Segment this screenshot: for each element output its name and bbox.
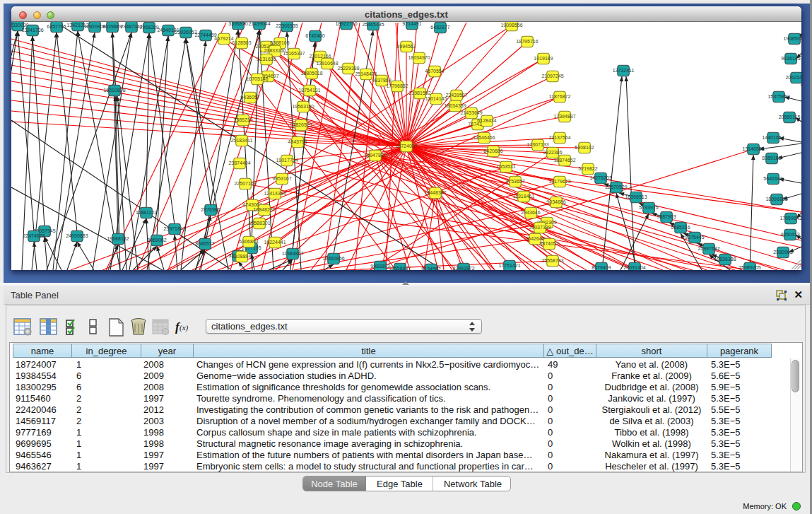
svg-text:20031404: 20031404 bbox=[623, 265, 645, 270]
svg-text:14460856: 14460856 bbox=[322, 256, 344, 261]
svg-text:13146585: 13146585 bbox=[742, 146, 764, 151]
svg-text:4679214: 4679214 bbox=[214, 36, 233, 41]
svg-text:8369062: 8369062 bbox=[147, 238, 166, 243]
svg-text:18724007: 18724007 bbox=[395, 144, 417, 148]
svg-text:24090883: 24090883 bbox=[66, 233, 88, 238]
svg-text:9837869: 9837869 bbox=[372, 78, 391, 83]
svg-text:19085076: 19085076 bbox=[783, 36, 801, 41]
svg-text:14401657: 14401657 bbox=[762, 135, 784, 140]
svg-text:9958289: 9958289 bbox=[139, 25, 158, 30]
svg-text:1385239: 1385239 bbox=[233, 117, 252, 122]
svg-text:9034686: 9034686 bbox=[546, 199, 565, 204]
svg-text:11558837: 11558837 bbox=[389, 266, 411, 270]
svg-text:9983893: 9983893 bbox=[370, 264, 389, 269]
svg-text:13805018: 13805018 bbox=[300, 71, 322, 76]
svg-text:19017734: 19017734 bbox=[276, 158, 298, 163]
svg-text:10848230: 10848230 bbox=[253, 207, 275, 212]
svg-text:11881122: 11881122 bbox=[136, 210, 157, 215]
svg-text:9436057: 9436057 bbox=[240, 95, 259, 100]
svg-text:25089205: 25089205 bbox=[739, 265, 760, 270]
svg-text:17796882: 17796882 bbox=[386, 83, 408, 88]
svg-text:18874652: 18874652 bbox=[553, 158, 575, 163]
svg-text:16705148: 16705148 bbox=[246, 76, 268, 81]
svg-text:23826523: 23826523 bbox=[290, 122, 312, 127]
svg-text:21433649: 21433649 bbox=[460, 110, 482, 115]
svg-text:18754131: 18754131 bbox=[298, 88, 320, 93]
svg-text:15588301: 15588301 bbox=[248, 221, 270, 226]
svg-text:3874052: 3874052 bbox=[539, 241, 558, 246]
svg-text:22306335: 22306335 bbox=[276, 23, 298, 28]
svg-text:11584847: 11584847 bbox=[282, 251, 304, 256]
svg-text:3642648: 3642648 bbox=[525, 236, 544, 241]
svg-text:17559643: 17559643 bbox=[779, 216, 801, 221]
svg-text:6128434: 6128434 bbox=[477, 118, 496, 123]
svg-text:3322386: 3322386 bbox=[543, 150, 562, 155]
svg-text:23137564: 23137564 bbox=[548, 135, 570, 140]
svg-text:25465435: 25465435 bbox=[362, 22, 384, 27]
svg-text:1019189: 1019189 bbox=[534, 56, 553, 61]
svg-text:6368105: 6368105 bbox=[270, 40, 289, 45]
svg-text:15375853: 15375853 bbox=[767, 94, 789, 99]
svg-text:23971842: 23971842 bbox=[163, 226, 185, 231]
svg-text:2943646: 2943646 bbox=[521, 210, 540, 215]
svg-text:17307133: 17307133 bbox=[526, 142, 548, 147]
svg-text:16396513: 16396513 bbox=[625, 194, 647, 199]
svg-text:6128503: 6128503 bbox=[232, 40, 251, 45]
svg-text:13910648: 13910648 bbox=[316, 61, 338, 66]
svg-text:16510878: 16510878 bbox=[103, 88, 125, 93]
svg-text:6482877: 6482877 bbox=[430, 25, 449, 30]
svg-text:13732411: 13732411 bbox=[613, 68, 635, 73]
svg-text:22992872: 22992872 bbox=[452, 266, 474, 270]
svg-text:8134562: 8134562 bbox=[421, 267, 440, 270]
svg-text:8359183: 8359183 bbox=[762, 156, 781, 160]
svg-text:13241736: 13241736 bbox=[21, 28, 43, 33]
svg-text:15165337: 15165337 bbox=[283, 51, 305, 56]
svg-text:(x): (x) bbox=[180, 323, 189, 332]
svg-text:6742460: 6742460 bbox=[305, 33, 324, 38]
svg-text:13179613: 13179613 bbox=[548, 179, 570, 184]
svg-text:22744459: 22744459 bbox=[194, 33, 216, 37]
svg-text:6994562: 6994562 bbox=[396, 44, 416, 49]
svg-text:18096865: 18096865 bbox=[765, 197, 787, 201]
svg-text:11318461: 11318461 bbox=[513, 194, 535, 199]
svg-text:22474828: 22474828 bbox=[23, 233, 45, 238]
svg-text:21097245: 21097245 bbox=[541, 74, 563, 78]
svg-text:19448347: 19448347 bbox=[424, 190, 446, 195]
svg-text:14275203: 14275203 bbox=[589, 175, 611, 180]
svg-text:3395870: 3395870 bbox=[228, 22, 247, 26]
svg-text:22507109: 22507109 bbox=[234, 181, 256, 186]
svg-text:20037339: 20037339 bbox=[529, 225, 551, 230]
svg-text:9816145: 9816145 bbox=[781, 56, 800, 61]
svg-text:16947830: 16947830 bbox=[364, 153, 386, 158]
svg-text:4843718: 4843718 bbox=[288, 139, 307, 144]
svg-text:22439587: 22439587 bbox=[445, 93, 467, 98]
svg-text:19836388: 19836388 bbox=[714, 257, 736, 262]
svg-text:5793975: 5793975 bbox=[639, 205, 658, 210]
svg-text:9214491: 9214491 bbox=[402, 22, 421, 26]
svg-text:23874404: 23874404 bbox=[228, 160, 250, 165]
svg-text:5308102: 5308102 bbox=[575, 145, 594, 150]
svg-text:25148476: 25148476 bbox=[355, 71, 377, 76]
svg-text:4570554: 4570554 bbox=[425, 69, 444, 74]
svg-text:17751421: 17751421 bbox=[498, 263, 520, 268]
svg-text:6420686: 6420686 bbox=[483, 148, 502, 153]
svg-text:21439044: 21439044 bbox=[248, 22, 270, 26]
svg-text:3131636: 3131636 bbox=[257, 57, 276, 62]
svg-text:22330030: 22330030 bbox=[11, 23, 29, 28]
svg-text:11876872: 11876872 bbox=[549, 94, 571, 99]
svg-text:19688132: 19688132 bbox=[107, 236, 129, 241]
svg-text:9275445: 9275445 bbox=[685, 235, 704, 240]
svg-text:23936053: 23936053 bbox=[175, 30, 196, 35]
svg-text:21981592: 21981592 bbox=[408, 90, 430, 95]
svg-text:8079409: 8079409 bbox=[592, 265, 611, 270]
svg-text:25183411: 25183411 bbox=[231, 138, 253, 143]
svg-text:8685577: 8685577 bbox=[195, 241, 214, 246]
svg-text:6306893: 6306893 bbox=[239, 239, 258, 244]
svg-text:18034339: 18034339 bbox=[444, 103, 466, 108]
svg-text:18922760: 18922760 bbox=[335, 22, 357, 26]
svg-text:4753657: 4753657 bbox=[505, 179, 524, 184]
svg-text:19098556: 19098556 bbox=[500, 23, 522, 28]
svg-text:22570529: 22570529 bbox=[605, 185, 627, 189]
svg-text:18034970: 18034970 bbox=[408, 55, 430, 60]
svg-text:25997682: 25997682 bbox=[698, 246, 719, 251]
